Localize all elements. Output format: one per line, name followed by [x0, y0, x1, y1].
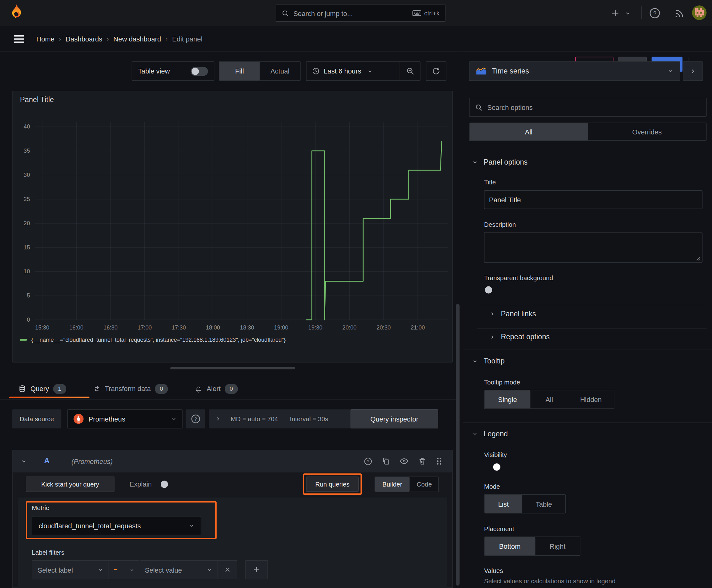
table-view-toggle[interactable] — [191, 67, 208, 76]
legend-mode-list[interactable]: List — [484, 495, 522, 513]
expand-options-chevron-right-icon[interactable] — [215, 416, 221, 422]
legend-placement-right[interactable]: Right — [535, 537, 580, 555]
legend-visibility-label: Visibility — [484, 451, 507, 458]
tooltip-mode-all[interactable]: All — [531, 390, 568, 408]
datasource-help-button[interactable]: ? — [186, 409, 205, 428]
editor-mode-code[interactable]: Code — [409, 477, 439, 491]
tab-alert[interactable]: Alert 0 — [194, 384, 238, 394]
display-mode-actual[interactable]: Actual — [260, 62, 300, 80]
topbar-divider — [641, 6, 641, 19]
operator-value: = — [114, 566, 130, 574]
tooltip-mode-hidden[interactable]: Hidden — [568, 390, 614, 408]
series-line — [306, 141, 441, 320]
chevron-down-icon — [472, 358, 477, 364]
search-options-input[interactable]: Search options — [469, 98, 706, 117]
editor-mode-builder[interactable]: Builder — [375, 477, 409, 491]
tooltip-section-header[interactable]: Tooltip — [472, 357, 504, 365]
breadcrumb-dashboards[interactable]: Dashboards — [66, 35, 102, 43]
tab-query-count: 1 — [53, 384, 66, 394]
delete-query-trash-icon[interactable] — [418, 457, 426, 465]
query-row-header[interactable]: A (Prometheus) ? — [12, 450, 453, 472]
legend-placement-segment: Bottom Right — [484, 537, 580, 555]
operator-dropdown[interactable]: = — [109, 560, 139, 579]
x-tick-label: 20:00 — [343, 324, 357, 331]
shortcut-hint: ctrl+k — [412, 9, 440, 17]
options-tab-all[interactable]: All — [470, 123, 588, 141]
time-series-chart[interactable]: 051015202530354015:3016:0016:3017:0017:3… — [13, 91, 453, 363]
kick-start-query-button[interactable]: Kick start your query — [26, 477, 114, 492]
add-filter-button[interactable] — [245, 560, 268, 579]
y-tick-label: 15 — [24, 244, 30, 251]
tab-query[interactable]: Query 1 — [18, 384, 66, 394]
datasource-picker[interactable]: Prometheus — [67, 409, 182, 428]
grafana-edit-panel-page: Search or jump to... ctrl+k ? Home › — [0, 0, 712, 588]
active-tab-underline — [9, 397, 89, 398]
grafana-logo[interactable] — [7, 4, 25, 22]
visualization-picker[interactable]: Time series — [469, 61, 680, 81]
keyboard-icon — [412, 10, 422, 16]
news-rss-icon[interactable] — [672, 6, 686, 20]
panel-options-section-header[interactable]: Panel options — [472, 158, 527, 166]
add-button[interactable] — [608, 6, 622, 20]
metric-select[interactable]: cloudflared_tunnel_total_requests — [32, 516, 201, 535]
display-mode-fill[interactable]: Fill — [219, 62, 260, 80]
chevron-down-icon — [207, 567, 212, 572]
remove-filter-button[interactable] — [218, 560, 237, 579]
tooltip-mode-single[interactable]: Single — [484, 390, 531, 408]
legend-series-name: {__name__="cloudflared_tunnel_total_requ… — [31, 337, 286, 343]
duplicate-query-icon[interactable] — [382, 457, 390, 465]
y-tick-label: 25 — [24, 196, 30, 202]
chevron-right-icon — [490, 335, 495, 340]
options-pane-border — [463, 52, 463, 588]
repeat-options-collapsed-section[interactable]: Repeat options — [490, 333, 550, 341]
legend-item[interactable]: {__name__="cloudflared_tunnel_total_requ… — [20, 337, 286, 343]
tab-transform-count: 0 — [155, 384, 168, 394]
time-range-picker[interactable]: Last 6 hours — [306, 62, 400, 80]
resize-handle-icon[interactable] — [696, 256, 700, 261]
breadcrumb-new-dashboard[interactable]: New dashboard — [113, 35, 161, 43]
description-label: Description — [484, 221, 516, 228]
y-tick-label: 35 — [24, 148, 30, 154]
chevron-down-icon — [171, 416, 176, 422]
refresh-button[interactable] — [426, 61, 447, 81]
legend-placement-bottom[interactable]: Bottom — [484, 537, 535, 555]
title-field-label: Title — [484, 178, 496, 186]
query-help-icon[interactable]: ? — [364, 457, 372, 465]
panel-resize-handle[interactable] — [170, 367, 295, 370]
legend-mode-segment: List Table — [484, 495, 566, 513]
options-tab-overrides[interactable]: Overrides — [588, 123, 706, 141]
panel-links-collapsed-section[interactable]: Panel links — [490, 310, 536, 318]
legend-mode-table[interactable]: Table — [522, 495, 565, 513]
tooltip-mode-label: Tooltip mode — [484, 378, 520, 386]
user-avatar[interactable] — [692, 5, 706, 20]
run-queries-button[interactable]: Run queries — [306, 477, 359, 491]
select-value-dropdown[interactable]: Select value — [139, 560, 218, 579]
add-chevron-down-icon[interactable] — [623, 6, 632, 20]
select-label-dropdown[interactable]: Select label — [32, 560, 109, 579]
y-tick-label: 0 — [27, 317, 30, 323]
global-search-input[interactable]: Search or jump to... ctrl+k — [276, 4, 446, 22]
hide-query-eye-icon[interactable] — [400, 457, 409, 466]
collapse-options-pane-button[interactable] — [683, 61, 703, 81]
zoom-out-button[interactable] — [400, 62, 420, 80]
description-textarea[interactable] — [484, 232, 703, 262]
tab-transform-data[interactable]: Transform data 0 — [93, 384, 168, 394]
scrollbar-thumb[interactable] — [456, 304, 459, 586]
chevron-down-icon — [472, 431, 477, 437]
drag-query-grip-icon[interactable] — [436, 457, 442, 465]
breadcrumb-separator-icon: › — [166, 35, 167, 42]
help-icon[interactable]: ? — [648, 6, 662, 20]
label-filters-label: Label filters — [32, 549, 64, 556]
query-inspector-button[interactable]: Query inspector — [351, 409, 438, 428]
legend-section-header[interactable]: Legend — [472, 430, 508, 438]
editor-mode-segment: Builder Code — [374, 477, 438, 492]
datasource-label: Data source — [12, 409, 61, 428]
options-filter-tabs: All Overrides — [469, 123, 706, 141]
hamburger-menu-icon[interactable] — [12, 33, 26, 46]
legend-values-help: Select values or calculations to show in… — [484, 577, 616, 585]
chevron-right-icon — [490, 311, 495, 317]
panel-preview: Panel Title 051015202530354015:3016:0016… — [12, 91, 453, 362]
collapse-query-chevron-down-icon[interactable] — [21, 458, 27, 464]
panel-title-input[interactable] — [484, 190, 703, 209]
breadcrumb-home[interactable]: Home — [37, 35, 55, 43]
